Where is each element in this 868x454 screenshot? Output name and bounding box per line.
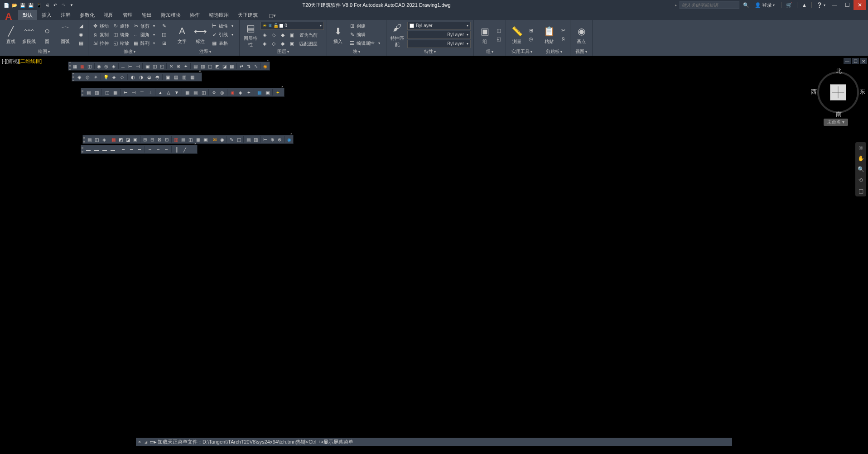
tb5-i9[interactable]: ┅	[154, 146, 162, 153]
panel-util-label[interactable]: 实用工具▾	[509, 48, 535, 55]
maximize-button[interactable]: ☐	[841, 0, 854, 10]
tb4-i20[interactable]: ◫	[236, 136, 242, 143]
tb2-i6[interactable]: ◇	[119, 73, 126, 81]
tb2-close-icon[interactable]: ×	[199, 69, 203, 73]
tb3-close-icon[interactable]: ×	[281, 85, 285, 88]
copy-button[interactable]: ⎘复制	[91, 31, 110, 39]
tb3-i7[interactable]: ⊤	[138, 89, 145, 96]
tb1-i20[interactable]: ◪	[222, 62, 228, 70]
close-button[interactable]: ✕	[854, 0, 866, 10]
tb3-i16[interactable]: ◎	[218, 89, 226, 96]
qat-new-icon[interactable]: 📄	[3, 1, 10, 9]
tb3-i14[interactable]: ◫	[200, 89, 207, 96]
text-button[interactable]: A文字	[174, 25, 190, 45]
tb1-i10[interactable]: ▣	[144, 62, 150, 70]
tb1-i15[interactable]: ✦	[183, 62, 189, 70]
tb4-i17[interactable]: ✉	[212, 136, 218, 143]
tb4-i5[interactable]: ◩	[118, 136, 124, 143]
tb4-i8[interactable]: ⊞	[142, 136, 148, 143]
basepoint-button[interactable]: ◉基点	[573, 25, 589, 45]
tb5-i8[interactable]: ┅	[146, 146, 154, 153]
tb3-i11[interactable]: ▼	[173, 89, 180, 96]
tb5-i5[interactable]: ━	[120, 146, 127, 153]
tb3-i4[interactable]: ▦	[111, 89, 119, 96]
edit-block-button[interactable]: ✎编辑	[348, 31, 383, 39]
layer-ic4[interactable]: ▣	[288, 31, 296, 39]
set-current-button[interactable]: 置为当前	[299, 31, 318, 39]
tab-collab[interactable]: 协作	[185, 10, 204, 20]
tb5-i3[interactable]: ▬	[101, 146, 108, 153]
minimize-button[interactable]: —	[828, 0, 841, 10]
tb1-i1[interactable]: ▦	[72, 62, 78, 70]
tb4-i14[interactable]: ◫	[188, 136, 194, 143]
tb1-i2[interactable]: ▦	[79, 62, 86, 70]
util-s1[interactable]: ⊞	[527, 26, 535, 34]
tb5-i10[interactable]: ┅	[163, 146, 170, 153]
mirror-button[interactable]: ◫镜像	[111, 31, 130, 39]
tb3-i10[interactable]: △	[165, 89, 172, 96]
tb3-i17[interactable]: ◉	[229, 89, 236, 96]
search-icon[interactable]: 🔍	[742, 1, 750, 9]
draw-small-3[interactable]: ▦	[77, 39, 85, 48]
vp-close-button[interactable]: ✕	[860, 58, 867, 64]
tb4-i1[interactable]: ▤	[87, 136, 93, 143]
tb4-i3[interactable]: ◈	[101, 136, 107, 143]
tb1-i6[interactable]: ◈	[111, 62, 117, 70]
layer-ic6[interactable]: ◇	[270, 40, 278, 48]
util-s2[interactable]: ◎	[527, 35, 535, 43]
tb1-i12[interactable]: ◱	[159, 62, 165, 70]
line-button[interactable]: ╱直线	[3, 25, 19, 45]
cmdline-toggle-icon[interactable]: ◢	[143, 440, 149, 444]
tab-view[interactable]: 视图	[99, 10, 118, 20]
measure-button[interactable]: 📏测量	[509, 25, 525, 45]
search-box[interactable]	[680, 1, 739, 9]
tb2-i5[interactable]: ◈	[111, 73, 118, 81]
tb1-i22[interactable]: ⇄	[238, 62, 245, 70]
tb2-i4[interactable]: 💡	[102, 73, 110, 81]
toolbar-tangent-4[interactable]: ▤◫◈ ▦◩◪▣ ⊞⊟⊠⊡ ▥▤◫▦▣ ✉◉ ✎◫ ▤▥ ⊢⊕⊗ ◉ ×	[82, 135, 294, 144]
insert-block-button[interactable]: ⬇插入	[330, 25, 346, 45]
tb3-i3[interactable]: ◫	[103, 89, 111, 96]
viewcube-south[interactable]: 南	[836, 110, 842, 119]
tb5-i7[interactable]: ━	[136, 146, 143, 153]
tb1-i4[interactable]: ◉	[96, 62, 102, 70]
nav-wheel-icon[interactable]: ◎	[855, 142, 866, 153]
tb2-i2[interactable]: ◎	[84, 73, 91, 81]
layer-ic7[interactable]: ◆	[279, 40, 287, 48]
tb3-i19[interactable]: ✦	[245, 89, 252, 96]
layer-combo[interactable]: ☀ ❄ 🔓 0▾	[260, 22, 324, 30]
tb4-i18[interactable]: ◉	[219, 136, 225, 143]
tb3-i12[interactable]: ▦	[183, 89, 191, 96]
viewcube-east[interactable]: 东	[859, 88, 865, 96]
tb3-i15[interactable]: ⚙	[210, 89, 217, 96]
mod-e1[interactable]: ✎	[160, 22, 168, 30]
tb1-i9[interactable]: ⊣	[135, 62, 141, 70]
tab-manage[interactable]: 管理	[118, 10, 137, 20]
vp-min-button[interactable]: —	[844, 58, 851, 64]
layer-props-button[interactable]: ▤图层特性	[242, 22, 259, 48]
tb4-i26[interactable]: ◉	[286, 136, 292, 143]
tb1-i23[interactable]: ⇅	[246, 62, 252, 70]
clip-s1[interactable]: ✂	[559, 26, 567, 34]
layer-ic5[interactable]: ◈	[260, 40, 269, 48]
tab-tangent[interactable]: 天正建筑	[233, 10, 262, 20]
tb1-i3[interactable]: ◫	[87, 62, 93, 70]
qat-dropdown-icon[interactable]: ▼	[68, 1, 75, 9]
panel-draw-label[interactable]: 绘图▾	[3, 48, 85, 55]
arc-button[interactable]: ⌒圆弧	[57, 25, 73, 45]
tb4-close-icon[interactable]: ×	[290, 132, 294, 135]
group-button[interactable]: ▣组	[477, 25, 493, 45]
circle-button[interactable]: ○圆	[39, 25, 55, 45]
tb5-i6[interactable]: ━	[128, 146, 135, 153]
nav-orbit-icon[interactable]: ⟲	[855, 175, 866, 186]
tab-featured[interactable]: 精选应用	[204, 10, 233, 20]
tb3-i21[interactable]: ▣	[264, 89, 271, 96]
tb2-i13[interactable]: ▥	[180, 73, 188, 81]
tb4-i19[interactable]: ✎	[228, 136, 235, 143]
tb4-i9[interactable]: ⊟	[149, 136, 155, 143]
tb4-i24[interactable]: ⊕	[269, 136, 275, 143]
tb5-i11[interactable]: ║	[173, 146, 180, 153]
group-s1[interactable]: ◫	[495, 26, 503, 34]
tab-parametric[interactable]: 参数化	[75, 10, 99, 20]
create-block-button[interactable]: ⊞创建	[348, 22, 383, 30]
